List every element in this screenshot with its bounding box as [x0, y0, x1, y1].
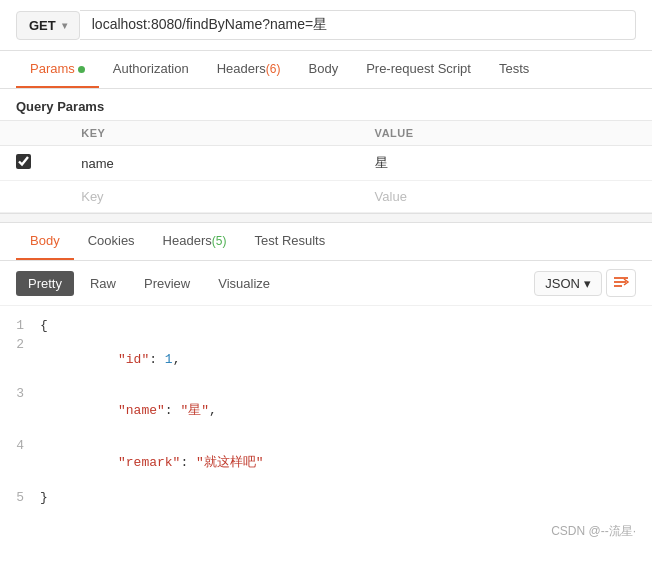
- row-checkbox-cell[interactable]: [0, 146, 65, 181]
- wrap-icon[interactable]: [606, 269, 636, 297]
- code-content-2: "id": 1,: [40, 337, 180, 382]
- tab-headers[interactable]: Headers(6): [203, 51, 295, 88]
- empty-checkbox-cell: [0, 181, 65, 213]
- row-checkbox[interactable]: [16, 154, 31, 169]
- line-num-1: 1: [0, 318, 40, 333]
- response-tab-body[interactable]: Body: [16, 223, 74, 260]
- line-num-3: 3: [0, 386, 40, 401]
- code-line-4: 4 "remark": "就这样吧": [0, 436, 652, 488]
- fmt-visualize[interactable]: Visualize: [206, 271, 282, 296]
- json-label: JSON: [545, 276, 580, 291]
- key-remark: "remark": [118, 455, 180, 470]
- fmt-pretty[interactable]: Pretty: [16, 271, 74, 296]
- fmt-raw[interactable]: Raw: [78, 271, 128, 296]
- table-row-empty: Key Value: [0, 181, 652, 213]
- json-format-select[interactable]: JSON ▾: [534, 271, 602, 296]
- response-tab-cookies[interactable]: Cookies: [74, 223, 149, 260]
- method-select[interactable]: GET ▾: [16, 11, 80, 40]
- row-key[interactable]: name: [65, 146, 358, 181]
- query-params-label: Query Params: [0, 89, 652, 120]
- line-num-4: 4: [0, 438, 40, 453]
- method-label: GET: [29, 18, 56, 33]
- val-id: 1: [165, 352, 173, 367]
- tab-prerequest[interactable]: Pre-request Script: [352, 51, 485, 88]
- col-key: KEY: [65, 121, 358, 146]
- code-content-5: }: [40, 490, 48, 505]
- line-num-5: 5: [0, 490, 40, 505]
- method-chevron: ▾: [62, 20, 67, 31]
- response-tabs: Body Cookies Headers(5) Test Results: [0, 223, 652, 261]
- val-remark: "就这样吧": [196, 455, 264, 470]
- line-num-2: 2: [0, 337, 40, 352]
- format-bar: Pretty Raw Preview Visualize JSON ▾: [0, 261, 652, 306]
- code-line-2: 2 "id": 1,: [0, 335, 652, 384]
- key-name: "name": [118, 403, 165, 418]
- col-value: VALUE: [359, 121, 652, 146]
- tab-params[interactable]: Params: [16, 51, 99, 88]
- json-chevron: ▾: [584, 276, 591, 291]
- response-headers-badge: (5): [212, 234, 227, 248]
- code-content-3: "name": "星",: [40, 386, 217, 434]
- col-checkbox: [0, 121, 65, 146]
- empty-key[interactable]: Key: [65, 181, 358, 213]
- code-content-4: "remark": "就这样吧": [40, 438, 264, 486]
- val-name: "星": [180, 403, 209, 418]
- code-line-3: 3 "name": "星",: [0, 384, 652, 436]
- code-content-1: {: [40, 318, 48, 333]
- params-dot: [78, 66, 85, 73]
- response-tab-testresults[interactable]: Test Results: [240, 223, 339, 260]
- request-tabs: Params Authorization Headers(6) Body Pre…: [0, 51, 652, 89]
- watermark: CSDN @--流星·: [0, 517, 652, 548]
- section-divider: [0, 213, 652, 223]
- tab-tests[interactable]: Tests: [485, 51, 543, 88]
- tab-body[interactable]: Body: [295, 51, 353, 88]
- url-bar: GET ▾: [0, 0, 652, 51]
- row-value[interactable]: 星: [359, 146, 652, 181]
- headers-badge: (6): [266, 62, 281, 76]
- response-tab-headers[interactable]: Headers(5): [149, 223, 241, 260]
- code-line-1: 1 {: [0, 316, 652, 335]
- code-area: 1 { 2 "id": 1, 3 "name": "星", 4 "remark"…: [0, 306, 652, 517]
- key-id: "id": [118, 352, 149, 367]
- tab-authorization[interactable]: Authorization: [99, 51, 203, 88]
- params-table: KEY VALUE name 星 Key Value: [0, 120, 652, 213]
- table-row: name 星: [0, 146, 652, 181]
- code-line-5: 5 }: [0, 488, 652, 507]
- fmt-preview[interactable]: Preview: [132, 271, 202, 296]
- url-input[interactable]: [80, 10, 636, 40]
- empty-value[interactable]: Value: [359, 181, 652, 213]
